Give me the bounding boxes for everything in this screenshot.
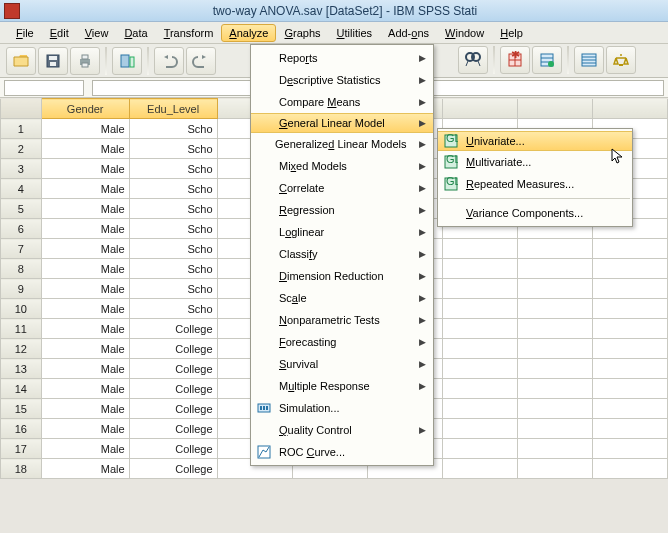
analyze-item[interactable]: Dimension Reduction▶	[251, 265, 433, 287]
cell-edu[interactable]: College	[129, 319, 217, 339]
cell-empty[interactable]	[517, 359, 592, 379]
cell-edu[interactable]: Scho	[129, 239, 217, 259]
cell-empty[interactable]	[592, 379, 667, 399]
cell-empty[interactable]	[517, 459, 592, 479]
row-header[interactable]: 14	[1, 379, 42, 399]
cell-empty[interactable]	[442, 439, 517, 459]
cell-edu[interactable]: Scho	[129, 159, 217, 179]
cell-edu[interactable]: College	[129, 419, 217, 439]
analyze-item[interactable]: Classify▶	[251, 243, 433, 265]
cell-edu[interactable]: Scho	[129, 259, 217, 279]
row-header[interactable]: 6	[1, 219, 42, 239]
cell-empty[interactable]	[517, 279, 592, 299]
cell-gender[interactable]: Male	[41, 439, 129, 459]
cell-empty[interactable]	[442, 279, 517, 299]
analyze-item[interactable]: Multiple Response▶	[251, 375, 433, 397]
col-header[interactable]: Edu_Level	[129, 99, 217, 119]
cell-empty[interactable]	[442, 459, 517, 479]
analyze-item[interactable]: Correlate▶	[251, 177, 433, 199]
cell-edu[interactable]: College	[129, 459, 217, 479]
col-header-empty[interactable]	[592, 99, 667, 119]
cell-empty[interactable]	[592, 359, 667, 379]
menu-utilities[interactable]: Utilities	[329, 24, 380, 42]
insert-case-button[interactable]	[532, 46, 562, 74]
cell-empty[interactable]	[592, 259, 667, 279]
row-header[interactable]: 2	[1, 139, 42, 159]
analyze-item[interactable]: Compare Means▶	[251, 91, 433, 113]
cell-empty[interactable]	[517, 379, 592, 399]
cell-empty[interactable]	[517, 439, 592, 459]
cell-empty[interactable]	[442, 299, 517, 319]
cell-gender[interactable]: Male	[41, 339, 129, 359]
cell-empty[interactable]	[592, 399, 667, 419]
cell-gender[interactable]: Male	[41, 419, 129, 439]
row-header[interactable]: 16	[1, 419, 42, 439]
analyze-item[interactable]: Nonparametric Tests▶	[251, 309, 433, 331]
menu-graphs[interactable]: Graphs	[276, 24, 328, 42]
cell-empty[interactable]	[592, 299, 667, 319]
row-header[interactable]: 8	[1, 259, 42, 279]
row-header[interactable]: 1	[1, 119, 42, 139]
cell-empty[interactable]	[442, 339, 517, 359]
corner-cell[interactable]	[1, 99, 42, 119]
analyze-item[interactable]: ROC Curve...	[251, 441, 433, 463]
analyze-item[interactable]: Reports▶	[251, 47, 433, 69]
analyze-item[interactable]: Descriptive Statistics▶	[251, 69, 433, 91]
cell-empty[interactable]	[517, 239, 592, 259]
glm-item[interactable]: GLMRepeated Measures...	[438, 173, 632, 195]
cell-gender[interactable]: Male	[41, 259, 129, 279]
cell-gender[interactable]: Male	[41, 139, 129, 159]
row-header[interactable]: 9	[1, 279, 42, 299]
analyze-item[interactable]: Regression▶	[251, 199, 433, 221]
analyze-menu[interactable]: Reports▶Descriptive Statistics▶Compare M…	[250, 44, 434, 466]
cell-gender[interactable]: Male	[41, 279, 129, 299]
cell-edu[interactable]: Scho	[129, 119, 217, 139]
analyze-item[interactable]: Quality Control▶	[251, 419, 433, 441]
glm-submenu[interactable]: GLMUnivariate...GLMMultivariate...GLMRep…	[437, 128, 633, 227]
cell-edu[interactable]: Scho	[129, 279, 217, 299]
col-header-empty[interactable]	[517, 99, 592, 119]
glm-item[interactable]: Variance Components...	[438, 202, 632, 224]
col-header-empty[interactable]	[442, 99, 517, 119]
cell-edu[interactable]: Scho	[129, 179, 217, 199]
cell-empty[interactable]	[517, 339, 592, 359]
cell-gender[interactable]: Male	[41, 239, 129, 259]
cell-empty[interactable]	[442, 259, 517, 279]
glm-item[interactable]: GLMMultivariate...	[438, 151, 632, 173]
cell-edu[interactable]: Scho	[129, 199, 217, 219]
analyze-item[interactable]: Loglinear▶	[251, 221, 433, 243]
analyze-item[interactable]: Survival▶	[251, 353, 433, 375]
cell-gender[interactable]: Male	[41, 119, 129, 139]
cell-edu[interactable]: Scho	[129, 219, 217, 239]
row-header[interactable]: 4	[1, 179, 42, 199]
cell-empty[interactable]	[517, 399, 592, 419]
analyze-item[interactable]: Simulation...	[251, 397, 433, 419]
row-header[interactable]: 10	[1, 299, 42, 319]
open-button[interactable]	[6, 47, 36, 75]
cell-empty[interactable]	[442, 319, 517, 339]
menu-edit[interactable]: Edit	[42, 24, 77, 42]
row-header[interactable]: 11	[1, 319, 42, 339]
cell-gender[interactable]: Male	[41, 219, 129, 239]
cell-gender[interactable]: Male	[41, 159, 129, 179]
cell-empty[interactable]	[517, 419, 592, 439]
row-header[interactable]: 5	[1, 199, 42, 219]
insert-variable-button[interactable]: ✱	[500, 46, 530, 74]
analyze-item[interactable]: Forecasting▶	[251, 331, 433, 353]
cell-empty[interactable]	[592, 419, 667, 439]
glm-item[interactable]: GLMUnivariate...	[438, 131, 632, 151]
menu-analyze[interactable]: Analyze	[221, 24, 276, 42]
row-header[interactable]: 7	[1, 239, 42, 259]
cell-empty[interactable]	[592, 279, 667, 299]
cell-empty[interactable]	[592, 339, 667, 359]
redo-button[interactable]	[186, 47, 216, 75]
cell-edu[interactable]: College	[129, 359, 217, 379]
cell-edu[interactable]: Scho	[129, 299, 217, 319]
cell-edu[interactable]: College	[129, 399, 217, 419]
cell-empty[interactable]	[442, 239, 517, 259]
menu-data[interactable]: Data	[116, 24, 155, 42]
menu-add-ons[interactable]: Add-ons	[380, 24, 437, 42]
recall-dialog-button[interactable]	[112, 47, 142, 75]
row-header[interactable]: 3	[1, 159, 42, 179]
cell-empty[interactable]	[442, 419, 517, 439]
